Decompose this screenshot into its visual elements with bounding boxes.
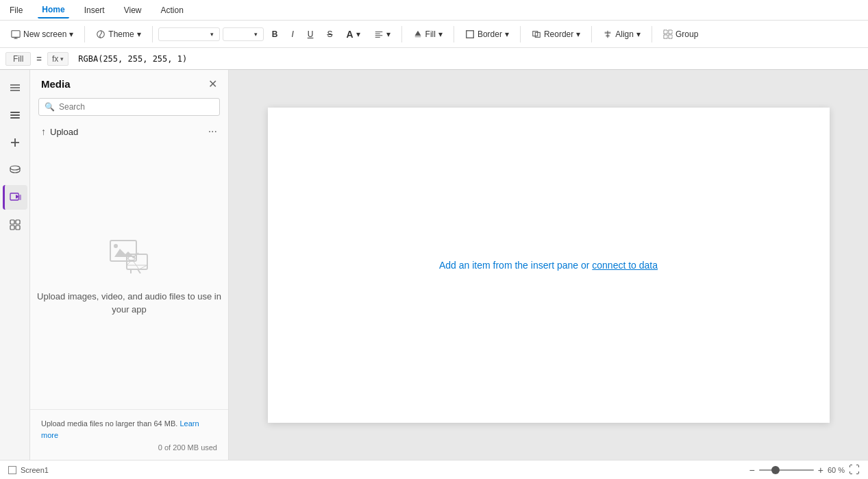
strikethrough-button[interactable]: S [321,27,338,42]
media-icon [10,191,22,204]
upload-icon: ↑ [41,126,46,137]
panel-close-button[interactable]: ✕ [208,79,217,90]
connect-to-data-link[interactable]: connect to data [592,260,658,271]
screen-tab[interactable]: Screen1 [8,466,49,474]
upload-row[interactable]: ↑ Upload ··· [30,121,228,142]
zoom-value: 60 % [828,466,845,474]
font-family-dropdown[interactable]: ▾ [158,27,220,41]
canvas-hint: Add an item from the insert pane or conn… [439,260,658,271]
svg-rect-9 [467,30,474,38]
media-empty-description: Upload images, video, and audio files to… [30,290,228,317]
canvas-area: Add an item from the insert pane or conn… [229,70,868,460]
separator-1 [84,26,85,42]
separator-4 [454,26,454,42]
svg-point-37 [114,244,118,248]
component-icon [9,219,21,231]
separator-2 [152,26,153,42]
component-button[interactable] [3,212,27,237]
theme-icon [96,29,106,39]
menu-insert[interactable]: Insert [80,3,109,18]
hamburger-icon [9,82,21,94]
reorder-button[interactable]: Reorder ▾ [526,27,586,42]
media-empty-icon [108,235,151,279]
screen-name: Screen1 [21,466,49,474]
menu-view[interactable]: View [120,3,146,18]
font-size-dropdown[interactable]: ▾ [223,27,264,41]
svg-rect-30 [19,195,21,200]
svg-rect-16 [669,29,672,33]
border-icon [465,29,475,39]
fill-icon [413,29,423,39]
media-button[interactable] [3,185,27,210]
new-screen-icon [11,29,21,39]
svg-rect-0 [12,30,20,37]
panel-title: Media [41,78,71,90]
svg-rect-33 [10,225,14,230]
zoom-slider[interactable] [759,469,814,471]
align-text-button[interactable]: ▾ [369,27,396,42]
add-button[interactable] [3,130,27,155]
search-input[interactable] [59,102,214,112]
zoom-out-button[interactable]: − [749,465,755,475]
panel-header: Media ✕ [30,70,228,95]
svg-marker-36 [114,249,134,257]
svg-rect-15 [664,29,667,33]
align-text-icon [374,29,384,39]
panel-footer: Upload media files no larger than 64 MB.… [30,409,228,460]
bold-button[interactable]: B [266,27,284,42]
menu-home[interactable]: Home [38,2,69,19]
group-icon [663,29,673,39]
formula-fx-button[interactable]: fx ▾ [47,52,69,66]
data-icon [9,164,21,176]
zoom-controls: − + 60 % ⛶ [749,465,860,476]
underline-button[interactable]: U [302,27,319,42]
svg-rect-22 [10,112,20,113]
formula-equals: = [36,53,42,64]
svg-rect-14 [606,34,610,36]
svg-rect-35 [110,241,136,261]
svg-rect-17 [664,34,667,38]
border-button[interactable]: Border ▾ [460,27,514,42]
font-color-button[interactable]: A ▾ [340,26,365,42]
toolbar: New screen ▾ Theme ▾ ▾ ▾ B I U S A ▾ ▾ F… [0,21,868,48]
main-area: Media ✕ 🔍 ↑ Upload ··· [0,70,868,460]
layers-icon [9,109,21,121]
svg-point-27 [10,166,20,170]
search-box[interactable]: 🔍 [38,98,220,116]
data-button[interactable] [3,158,27,182]
separator-3 [401,26,402,42]
add-icon [9,136,21,149]
upload-button[interactable]: ↑ Upload [41,126,78,137]
svg-rect-18 [669,34,672,38]
separator-6 [591,26,592,42]
italic-button[interactable]: I [286,27,299,42]
layers-button[interactable] [3,103,27,127]
fullscreen-button[interactable]: ⛶ [849,465,860,476]
screen-tab-icon [8,466,16,474]
align-button[interactable]: Align ▾ [597,27,646,42]
zoom-in-button[interactable]: + [818,465,823,475]
menu-file[interactable]: File [5,3,27,18]
search-icon: 🔍 [45,102,55,112]
menu-action[interactable]: Action [157,3,188,18]
svg-rect-34 [16,225,20,230]
group-button[interactable]: Group [658,27,704,42]
hamburger-button[interactable] [3,75,27,100]
theme-button[interactable]: Theme ▾ [90,27,146,42]
svg-rect-24 [10,117,20,119]
new-screen-button[interactable]: New screen ▾ [5,27,79,42]
svg-rect-13 [605,32,611,34]
formula-bar: Fill = fx ▾ RGBA(255, 255, 255, 1) [0,48,868,70]
formula-value: RGBA(255, 255, 255, 1) [74,53,863,65]
icon-bar [0,70,30,460]
canvas[interactable]: Add an item from the insert pane or conn… [268,108,830,423]
formula-fill-label: Fill [5,52,31,66]
menu-bar: File Home Insert View Action [0,0,868,21]
upload-label: Upload [50,127,78,137]
footer-note: Upload media files no larger than 64 MB.… [41,418,217,441]
svg-rect-23 [10,114,20,116]
svg-rect-8 [414,35,421,37]
more-options-button[interactable]: ··· [208,125,217,138]
media-panel: Media ✕ 🔍 ↑ Upload ··· [30,70,229,460]
fill-button[interactable]: Fill ▾ [408,27,448,42]
